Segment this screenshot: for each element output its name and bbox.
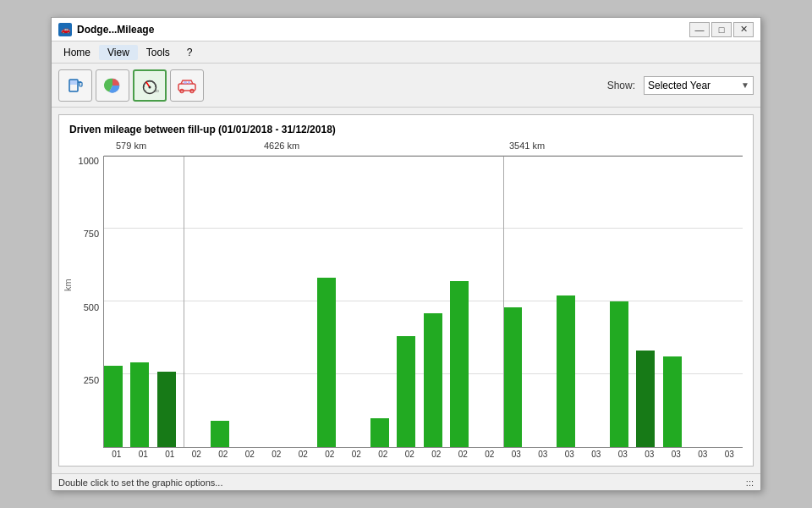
bar-12 [424,313,442,447]
fuel-tool-button[interactable] [58,69,92,102]
svg-rect-13 [184,81,187,84]
segment-label-0: 579 km [116,141,146,151]
y-label-km: km [63,273,73,298]
bar-1 [130,362,149,447]
x-axis-labels: 0101010202020202020202020202020303030303… [69,450,743,459]
x-label-21: 03 [663,450,690,459]
x-label-10: 02 [370,450,397,459]
bar-10 [370,418,389,447]
x-label-19: 03 [610,450,637,459]
bar-19 [610,301,628,447]
x-label-20: 03 [636,450,663,459]
title-bar-left: 🚗 Dodge...Mileage [58,23,154,36]
status-text: Double click to set the graphic options.… [58,478,222,488]
chart-title: Driven mileage between fill-up (01/01/20… [69,124,743,135]
chart-container: Driven mileage between fill-up (01/01/20… [58,114,754,467]
bar-8 [317,278,336,447]
segment-label-1: 4626 km [264,141,299,151]
x-label-8: 02 [316,450,343,459]
menu-tools[interactable]: Tools [138,45,178,60]
x-label-4: 02 [210,450,237,459]
main-window: 🚗 Dodge...Mileage — □ ✕ Home View Tools … [51,17,761,491]
x-label-13: 02 [450,450,477,459]
x-label-1: 01 [130,450,157,459]
bar-13 [450,281,469,447]
grid-line-750 [104,228,743,229]
car-tool-button[interactable] [170,69,204,102]
segment-top-line-0 [104,156,184,157]
chart-plot: km 1000 750 500 250 [69,156,743,448]
x-label-23: 03 [716,450,743,459]
x-label-3: 02 [184,450,211,459]
x-label-15: 03 [503,450,530,459]
bar-0 [104,366,123,447]
bar-17 [557,295,575,447]
x-label-22: 03 [689,450,716,459]
segment-label-2: 3541 km [509,141,545,151]
bar-2 [157,372,176,447]
bar-21 [663,356,682,447]
svg-point-7 [149,86,151,88]
segment-top-line-1 [184,156,503,157]
x-label-5: 02 [237,450,264,459]
pie-tool-button[interactable] [96,69,129,102]
show-dropdown[interactable]: Selected Year ▼ [644,76,754,95]
y-axis: km 1000 750 500 250 [69,156,103,448]
x-label-2: 01 [156,450,184,459]
svg-rect-14 [188,81,190,84]
y-tick-250: 250 [84,375,99,385]
y-tick-1000: 1000 [79,156,99,166]
menu-view[interactable]: View [99,45,138,60]
plot-area [103,156,743,448]
resize-handle: ::: [746,478,754,488]
toolbar: 0 120 Show: Selected Year ▼ [52,64,760,108]
svg-rect-1 [70,80,77,85]
status-bar: Double click to set the graphic options.… [52,473,760,490]
title-bar-buttons: — □ ✕ [689,22,754,37]
minimize-button[interactable]: — [689,22,710,37]
chart-area: 579 km 4626 km 3541 km km 1000 750 500 2… [69,141,743,459]
segment-top-line-2 [503,156,743,157]
show-label: Show: [607,80,635,91]
bar-15 [503,307,522,447]
x-label-11: 02 [397,450,424,459]
pie-icon [103,76,122,95]
gauge-tool-button[interactable]: 0 120 [133,69,167,102]
menu-bar: Home View Tools ? [52,41,760,64]
x-label-0: 01 [103,450,130,459]
x-label-18: 03 [583,450,610,459]
x-label-17: 03 [557,450,584,459]
x-label-16: 03 [529,450,557,459]
x-label-14: 02 [476,450,503,459]
close-button[interactable]: ✕ [733,22,754,37]
y-tick-500: 500 [84,302,99,312]
car-icon [177,76,197,95]
bar-20 [636,351,655,447]
segment-labels: 579 km 4626 km 3541 km [69,141,743,154]
x-label-9: 02 [343,450,370,459]
maximize-button[interactable]: □ [711,22,732,37]
menu-help[interactable]: ? [178,45,201,60]
gauge-icon: 0 120 [140,76,159,95]
segment-divider-1 [503,156,504,447]
bar-4 [211,421,229,447]
menu-home[interactable]: Home [55,45,99,60]
y-tick-750: 750 [84,229,99,239]
bar-11 [397,336,415,447]
title-bar: 🚗 Dodge...Mileage — □ ✕ [52,18,760,41]
grid-line-500 [104,301,743,301]
x-label-12: 02 [423,450,450,459]
fuel-icon [66,76,85,95]
app-icon: 🚗 [58,23,72,36]
segment-divider-0 [184,156,184,447]
dropdown-value: Selected Year [648,80,710,91]
svg-text:120: 120 [153,89,159,93]
window-title: Dodge...Mileage [77,24,154,36]
x-label-7: 02 [290,450,317,459]
dropdown-arrow-icon: ▼ [741,80,749,90]
x-label-6: 02 [263,450,290,459]
